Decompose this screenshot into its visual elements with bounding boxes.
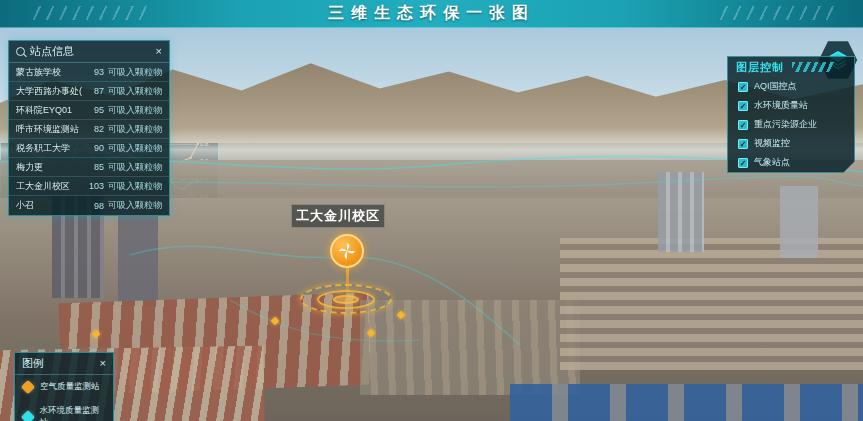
station-diamond-icon	[21, 380, 35, 394]
map-legend-panel: 图例 × 空气质量监测站 水环境质量监测站	[14, 352, 114, 421]
station-name: 蒙古族学校	[16, 66, 82, 79]
station-name: 税务职工大学	[16, 142, 82, 155]
map-legend-item: 空气质量监测站	[15, 375, 113, 399]
search-icon	[16, 47, 25, 56]
layer-label: 气象站点	[754, 156, 790, 169]
layer-panel-title: 图层控制	[736, 60, 784, 75]
station-aqi-value: 85	[82, 162, 104, 172]
map-legend-item: 水环境质量监测站	[15, 399, 113, 421]
station-diamond-icon	[21, 410, 35, 421]
station-row[interactable]: 蒙古族学校 93 可吸入颗粒物	[9, 63, 169, 82]
layer-toggle-item[interactable]: ✓ 气象站点	[728, 153, 854, 172]
checkbox-checked[interactable]: ✓	[738, 139, 748, 149]
station-panel-title: 站点信息	[30, 44, 74, 59]
station-aqi-value: 93	[82, 67, 104, 77]
layer-label: 视频监控	[754, 137, 790, 150]
page-title: 三维生态环保一张图	[328, 3, 535, 24]
legend-item-list: 空气质量监测站 水环境质量监测站	[15, 375, 113, 421]
buildings-mid	[360, 300, 580, 395]
station-aqi-value: 95	[82, 105, 104, 115]
station-panel-header: 站点信息 ×	[9, 41, 169, 63]
map-station-label[interactable]: 工大金川校区	[291, 204, 385, 228]
layer-label: 重点污染源企业	[754, 118, 817, 131]
layer-toggle-item[interactable]: ✓ 重点污染源企业	[728, 115, 854, 134]
layer-toggle-item[interactable]: ✓ AQI国控点	[728, 77, 854, 96]
pinwheel-glyph	[337, 241, 357, 261]
layer-toggle-item[interactable]: ✓ 视频监控	[728, 134, 854, 153]
station-name: 大学西路办事处(国控)	[16, 85, 82, 98]
station-row[interactable]: 呼市环境监测站 82 可吸入颗粒物	[9, 120, 169, 139]
station-aqi-value: 90	[82, 143, 104, 153]
station-aqi-value: 98	[82, 201, 104, 211]
layer-item-list: ✓ AQI国控点 ✓ 水环境质量站 ✓ 重点污染源企业 ✓ 视频监控 ✓ 气象站…	[728, 77, 854, 172]
station-primary-pollutant: 可吸入颗粒物	[104, 199, 162, 212]
map-legend-label: 空气质量监测站	[40, 381, 100, 393]
checkbox-checked[interactable]: ✓	[738, 82, 748, 92]
close-icon[interactable]: ×	[156, 46, 162, 57]
station-row[interactable]: 小召 98 可吸入颗粒物	[9, 196, 169, 215]
checkbox-checked[interactable]: ✓	[738, 120, 748, 130]
layer-toggle-item[interactable]: ✓ 水环境质量站	[728, 96, 854, 115]
close-icon[interactable]: ×	[100, 358, 106, 369]
station-primary-pollutant: 可吸入颗粒物	[104, 66, 162, 79]
station-primary-pollutant: 可吸入颗粒物	[104, 85, 162, 98]
station-row-list: 蒙古族学校 93 可吸入颗粒物 大学西路办事处(国控) 87 可吸入颗粒物 环科…	[9, 63, 169, 215]
station-row[interactable]: 大学西路办事处(国控) 87 可吸入颗粒物	[9, 82, 169, 101]
station-row[interactable]: 工大金川校区 103 可吸入颗粒物	[9, 177, 169, 196]
station-row[interactable]: 梅力更 85 可吸入颗粒物	[9, 158, 169, 177]
station-primary-pollutant: 可吸入颗粒物	[104, 161, 162, 174]
buildings-right	[560, 238, 863, 370]
map-legend-label: 水环境质量监测站	[40, 405, 105, 421]
layer-label: AQI国控点	[754, 80, 797, 93]
layer-label: 水环境质量站	[754, 99, 808, 112]
hatch-decoration	[792, 62, 834, 72]
station-aqi-value: 87	[82, 86, 104, 96]
station-primary-pollutant: 可吸入颗粒物	[104, 123, 162, 136]
station-name: 梅力更	[16, 161, 82, 174]
marker-glow-ring-inner	[333, 295, 359, 304]
station-aqi-value: 103	[82, 181, 104, 191]
legend-panel-title: 图例	[22, 356, 44, 371]
layer-panel-header: 图层控制	[728, 57, 854, 77]
station-primary-pollutant: 可吸入颗粒物	[104, 104, 162, 117]
checkbox-checked[interactable]: ✓	[738, 101, 748, 111]
station-name: 呼市环境监测站	[16, 123, 82, 136]
highrise-right	[658, 172, 704, 252]
station-list-panel: 站点信息 × 蒙古族学校 93 可吸入颗粒物 大学西路办事处(国控) 87 可吸…	[8, 40, 170, 216]
station-primary-pollutant: 可吸入颗粒物	[104, 180, 162, 193]
layer-control-panel: 图层控制 ✓ AQI国控点 ✓ 水环境质量站 ✓ 重点污染源企业 ✓ 视频监控 …	[727, 56, 855, 173]
station-name: 小召	[16, 199, 82, 212]
warehouses-bottom	[510, 384, 863, 421]
station-aqi-value: 82	[82, 124, 104, 134]
station-primary-pollutant: 可吸入颗粒物	[104, 142, 162, 155]
station-name: 环科院EYQ01	[16, 104, 82, 117]
station-pinwheel-marker-icon[interactable]	[330, 234, 364, 268]
station-row[interactable]: 税务职工大学 90 可吸入颗粒物	[9, 139, 169, 158]
checkbox-checked[interactable]: ✓	[738, 158, 748, 168]
legend-panel-header: 图例 ×	[15, 353, 113, 375]
app-header: 三维生态环保一张图	[0, 0, 863, 28]
station-row[interactable]: 环科院EYQ01 95 可吸入颗粒物	[9, 101, 169, 120]
station-name: 工大金川校区	[16, 180, 82, 193]
